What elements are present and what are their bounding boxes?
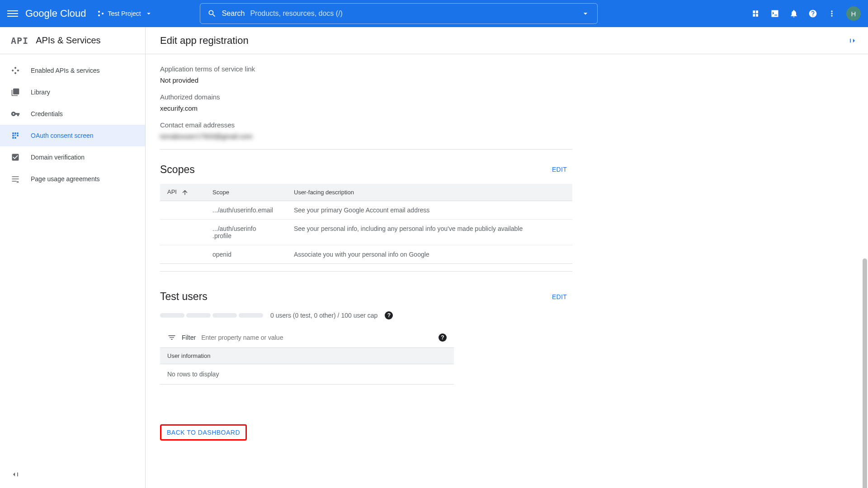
search-icon	[208, 9, 217, 18]
header-actions: H	[751, 6, 861, 21]
sidebar-item-domain-verification[interactable]: Domain verification	[0, 146, 145, 168]
content-header: Edit app registration	[146, 27, 868, 54]
contact-label: Contact email addresses	[160, 121, 583, 129]
consent-icon	[11, 131, 20, 140]
api-badge: API	[11, 35, 28, 46]
scrollbar[interactable]	[862, 258, 868, 488]
check-square-icon	[11, 153, 20, 162]
collapse-right-icon	[848, 36, 857, 45]
page-title: Edit app registration	[160, 35, 249, 47]
test-users-section: Test users EDIT 0 users (0 test, 0 other…	[160, 290, 572, 385]
filter-icon	[167, 333, 176, 342]
help-icon[interactable]: ?	[385, 311, 393, 319]
hide-info-panel-button[interactable]	[848, 36, 857, 47]
sidebar-item-label: Page usage agreements	[31, 175, 100, 183]
tos-value: Not provided	[160, 76, 583, 84]
sidebar-item-credentials[interactable]: Credentials	[0, 103, 145, 125]
sidebar-collapse-button[interactable]	[11, 470, 20, 481]
sidebar-item-library[interactable]: Library	[0, 81, 145, 103]
collapse-left-icon	[11, 470, 20, 479]
test-users-title: Test users	[160, 291, 208, 303]
scopes-section: Scopes EDIT API Scope User-facing descri…	[160, 162, 572, 272]
diamond-icon	[11, 66, 20, 75]
sidebar-item-label: OAuth consent screen	[31, 132, 94, 139]
sidebar: API APIs & Services Enabled APIs & servi…	[0, 27, 146, 488]
sidebar-header[interactable]: API APIs & Services	[0, 27, 145, 54]
sidebar-item-label: Credentials	[31, 110, 63, 117]
table-row: openid Associate you with your personal …	[160, 245, 572, 263]
scopes-table: API Scope User-facing description .../au…	[160, 184, 572, 264]
sidebar-item-enabled-apis[interactable]: Enabled APIs & services	[0, 60, 145, 81]
notifications-icon[interactable]	[789, 9, 798, 18]
filter-bar: Filter ?	[160, 328, 454, 348]
svg-point-0	[98, 11, 100, 13]
domains-value: xecurify.com	[160, 104, 583, 112]
chevron-down-icon[interactable]	[581, 9, 590, 18]
contact-value: tomabouser17503@gmail.com	[160, 132, 583, 140]
project-icon	[97, 10, 104, 17]
quota-bar	[160, 313, 263, 318]
search-placeholder: Products, resources, docs (/)	[250, 9, 575, 18]
google-cloud-logo[interactable]: Google Cloud	[25, 8, 86, 19]
col-scope[interactable]: Scope	[205, 184, 287, 201]
divider	[160, 271, 572, 272]
top-header: Google Cloud Test Project Search Product…	[0, 0, 868, 27]
sidebar-title: APIs & Services	[36, 35, 100, 46]
empty-state: No rows to display	[160, 364, 454, 385]
library-icon	[11, 88, 20, 97]
key-icon	[11, 109, 20, 118]
user-cap-text: 0 users (0 test, 0 other) / 100 user cap	[270, 312, 377, 319]
hamburger-menu-icon[interactable]	[7, 8, 18, 19]
more-vert-icon[interactable]	[827, 9, 836, 18]
svg-point-1	[102, 13, 104, 14]
table-row: .../auth/userinfo .profile See your pers…	[160, 219, 572, 245]
tos-label: Application terms of service link	[160, 65, 583, 73]
sidebar-item-label: Enabled APIs & services	[31, 67, 100, 74]
divider	[160, 149, 572, 150]
project-name: Test Project	[108, 10, 141, 17]
filter-label: Filter	[182, 334, 196, 341]
cloud-shell-icon[interactable]	[770, 9, 779, 18]
search-label: Search	[222, 9, 245, 18]
col-user-info[interactable]: User information	[160, 348, 454, 364]
help-icon[interactable]: ?	[439, 333, 447, 342]
back-button-highlight: BACK TO DASHBOARD	[160, 424, 247, 441]
sidebar-item-page-usage[interactable]: Page usage agreements	[0, 168, 145, 190]
edit-scopes-button[interactable]: EDIT	[547, 162, 572, 177]
back-to-dashboard-button[interactable]: BACK TO DASHBOARD	[167, 429, 240, 436]
edit-test-users-button[interactable]: EDIT	[547, 290, 572, 304]
arrow-up-icon	[181, 189, 189, 196]
project-picker[interactable]: Test Project	[94, 8, 156, 19]
col-api[interactable]: API	[160, 184, 205, 201]
user-avatar[interactable]: H	[846, 6, 861, 21]
sidebar-item-label: Library	[31, 89, 50, 96]
page-settings-icon	[11, 174, 20, 183]
help-icon[interactable]	[808, 9, 817, 18]
filter-input[interactable]	[201, 334, 433, 341]
sidebar-item-oauth-consent[interactable]: OAuth consent screen	[0, 125, 145, 146]
chevron-down-icon	[145, 9, 153, 18]
col-desc[interactable]: User-facing description	[287, 184, 572, 201]
search-bar[interactable]: Search Products, resources, docs (/)	[200, 3, 598, 24]
main-content: Edit app registration Application terms …	[146, 27, 868, 488]
scopes-title: Scopes	[160, 164, 195, 176]
sidebar-item-label: Domain verification	[31, 154, 85, 161]
gift-icon[interactable]	[751, 9, 760, 18]
svg-point-2	[98, 14, 100, 16]
table-row: .../auth/userinfo.email See your primary…	[160, 201, 572, 219]
domains-label: Authorized domains	[160, 93, 583, 101]
